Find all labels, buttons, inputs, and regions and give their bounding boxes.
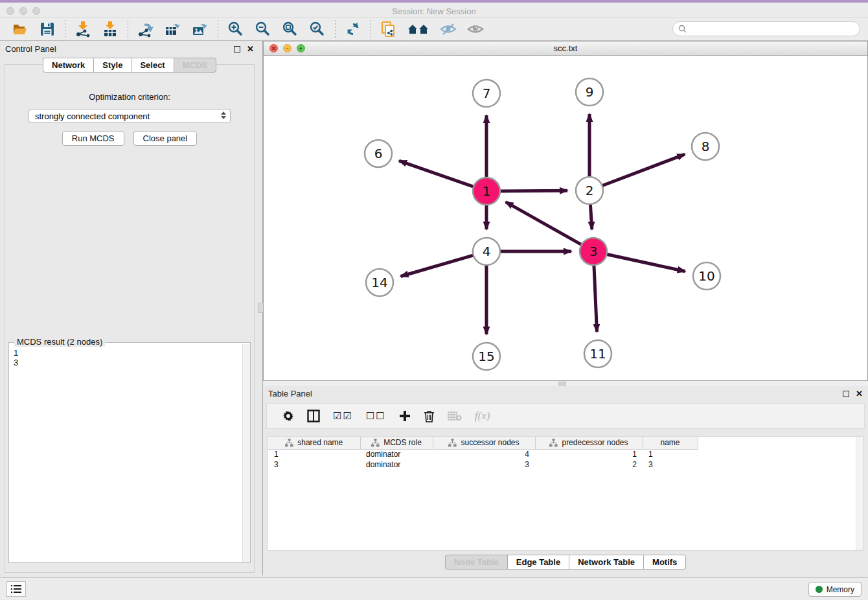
column-header-successor-nodes[interactable]: successor nodes <box>433 437 535 449</box>
tab-select[interactable]: Select <box>131 58 173 73</box>
tab-edge-table[interactable]: Edge Table <box>507 555 569 570</box>
svg-text:7: 7 <box>483 86 491 101</box>
run-mcds-button[interactable]: Run MCDS <box>62 131 124 146</box>
duplicate-network-icon[interactable] <box>380 21 397 38</box>
cell-MCDS-role[interactable]: dominator <box>360 459 433 470</box>
export-table-icon[interactable] <box>165 21 181 38</box>
table-panel-title: Table Panel <box>268 389 312 398</box>
mcds-result-text[interactable]: 1 3 <box>9 344 242 562</box>
task-history-button[interactable] <box>6 581 26 597</box>
memory-button[interactable]: Memory <box>808 582 862 597</box>
zoom-fit-icon[interactable] <box>282 21 299 38</box>
float-panel-icon[interactable] <box>234 46 240 52</box>
cell-shared-name[interactable]: 3 <box>268 459 360 470</box>
cell-MCDS-role[interactable]: dominator <box>360 449 433 459</box>
edge-1-2[interactable] <box>499 190 567 191</box>
select-all-icon[interactable]: ☑☑ <box>333 410 353 422</box>
cell-name[interactable]: 3 <box>643 459 698 470</box>
refresh-icon[interactable] <box>345 21 361 38</box>
tab-style[interactable]: Style <box>93 58 131 73</box>
columns-icon[interactable] <box>307 410 320 422</box>
edge-4-14[interactable] <box>401 255 475 276</box>
graph-node-14[interactable]: 14 <box>366 269 393 296</box>
table-row[interactable]: 1dominator411 <box>268 449 698 459</box>
export-image-icon[interactable] <box>192 21 209 38</box>
toolbar-separator <box>371 20 371 38</box>
cell-predecessor-nodes[interactable]: 1 <box>535 449 643 459</box>
add-column-icon[interactable] <box>399 410 411 422</box>
edge-2-8[interactable] <box>601 154 685 186</box>
horizontal-splitter[interactable] <box>263 381 868 386</box>
search-box[interactable] <box>672 21 860 36</box>
cell-shared-name[interactable]: 1 <box>268 449 360 459</box>
graph-node-15[interactable]: 15 <box>473 343 500 370</box>
chevron-updown-icon <box>221 111 226 119</box>
unselect-all-icon[interactable]: ☐☐ <box>366 410 386 422</box>
column-header-shared-name[interactable]: shared name <box>268 437 360 449</box>
show-all-icon[interactable] <box>467 21 484 38</box>
network-canvas[interactable]: 1234678910111415 <box>264 56 867 380</box>
hide-selected-icon[interactable] <box>440 21 457 38</box>
search-icon <box>678 25 687 33</box>
svg-text:10: 10 <box>698 268 714 284</box>
graph-node-4[interactable]: 4 <box>473 238 500 265</box>
function-builder-icon[interactable]: f(x) <box>475 410 490 422</box>
close-panel-button[interactable]: Close panel <box>133 131 198 146</box>
import-network-icon[interactable] <box>74 21 91 38</box>
graph-node-9[interactable]: 9 <box>576 78 603 106</box>
tab-motifs[interactable]: Motifs <box>643 555 686 570</box>
graph-node-6[interactable]: 6 <box>365 140 392 167</box>
optimization-criterion-label: Optimization criterion: <box>5 92 254 102</box>
edge-2-3[interactable] <box>590 203 592 229</box>
delete-table-icon[interactable] <box>448 411 462 421</box>
column-header-MCDS-role[interactable]: MCDS role <box>360 437 433 449</box>
zoom-selected-icon[interactable] <box>309 21 326 38</box>
float-table-panel-icon[interactable] <box>843 391 849 397</box>
edge-1-6[interactable] <box>399 161 475 187</box>
result-scrollbar[interactable] <box>242 344 250 562</box>
tab-node-table[interactable]: Node Table <box>445 555 507 570</box>
zoom-out-icon[interactable] <box>255 21 271 38</box>
close-table-panel-icon[interactable]: ✕ <box>856 389 863 398</box>
svg-text:3: 3 <box>589 244 598 259</box>
network-window-titlebar[interactable]: ✕ − + scc.txt <box>264 41 867 56</box>
home-layout-icon[interactable] <box>407 21 429 38</box>
close-panel-icon[interactable]: ✕ <box>247 44 254 54</box>
graph-node-11[interactable]: 11 <box>584 340 611 367</box>
graph-node-2[interactable]: 2 <box>576 177 603 204</box>
cell-successor-nodes[interactable]: 4 <box>433 449 535 459</box>
table-row[interactable]: 3dominator323 <box>268 459 698 470</box>
app-titlebar: Session: New Session <box>0 0 868 17</box>
cell-name[interactable]: 1 <box>643 449 698 459</box>
delete-icon[interactable] <box>424 410 435 422</box>
export-network-icon[interactable] <box>137 21 154 38</box>
tab-mcds[interactable]: MCDS <box>174 58 216 73</box>
svg-text:11: 11 <box>589 346 606 362</box>
toolbar-separator <box>128 20 128 38</box>
cell-predecessor-nodes[interactable]: 2 <box>535 459 643 470</box>
graph-node-1[interactable]: 1 <box>473 178 500 205</box>
graph-node-7[interactable]: 7 <box>473 80 500 107</box>
zoom-in-icon[interactable] <box>227 21 244 38</box>
memory-status-icon <box>816 586 823 593</box>
control-panel: Control Panel ✕ NetworkStyleSelectMCDS O… <box>0 41 259 575</box>
tab-network[interactable]: Network <box>43 58 93 73</box>
optimization-criterion-select[interactable]: strongly connected component <box>29 109 231 123</box>
import-table-icon[interactable] <box>102 21 119 38</box>
graph-node-8[interactable]: 8 <box>692 133 719 160</box>
column-header-predecessor-nodes[interactable]: predecessor nodes <box>535 437 643 449</box>
graph-node-3[interactable]: 3 <box>580 238 607 265</box>
cell-successor-nodes[interactable]: 3 <box>433 459 535 470</box>
table-scrollbar[interactable] <box>856 437 863 550</box>
open-session-icon[interactable] <box>12 21 29 38</box>
edge-3-11[interactable] <box>594 264 597 332</box>
column-header-name[interactable]: name <box>643 437 698 449</box>
tab-network-table[interactable]: Network Table <box>569 555 643 570</box>
gear-icon[interactable] <box>282 410 294 422</box>
search-input[interactable] <box>690 25 854 34</box>
edge-3-1[interactable] <box>506 202 583 246</box>
svg-text:2: 2 <box>586 183 594 198</box>
graph-node-10[interactable]: 10 <box>693 262 720 290</box>
save-session-icon[interactable] <box>39 21 56 38</box>
edge-3-10[interactable] <box>606 254 685 271</box>
